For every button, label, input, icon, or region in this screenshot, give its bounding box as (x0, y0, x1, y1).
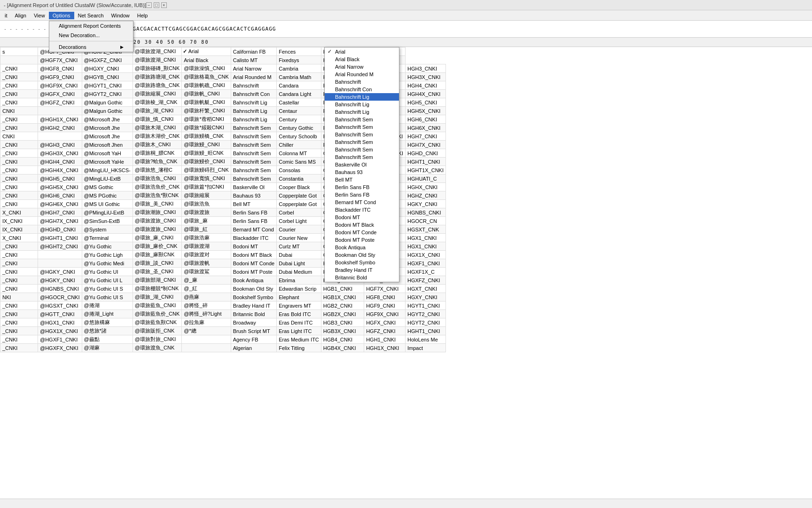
table-cell: Book Antiqua (231, 276, 276, 285)
menu-view[interactable]: View (30, 12, 49, 19)
close-button[interactable]: × (161, 2, 167, 8)
font-list-item[interactable]: Baskerville Ol (325, 161, 399, 168)
font-name-label: Baskerville Ol (335, 162, 367, 167)
table-cell: _CNKI (0, 191, 38, 200)
table-cell: Candara Light (277, 90, 321, 98)
font-list-item[interactable]: Bahnschrift Sem (325, 146, 399, 153)
font-list-item[interactable]: Bodoni MT Black (325, 221, 399, 229)
table-cell: Bodoni MT (231, 242, 276, 251)
table-cell: @燕麻 (182, 293, 231, 302)
font-list-item[interactable]: Bahnschrift Sem (325, 153, 399, 161)
table-cell: @環旅_圣_CNKI (133, 268, 182, 276)
table-cell: Baskerville Ol (231, 183, 276, 191)
font-list-item[interactable]: Britannic Bold (325, 274, 399, 281)
table-cell: HoloLens Me (405, 335, 445, 344)
font-list-item[interactable]: Berlin Sans FB (325, 183, 399, 191)
minimize-button[interactable]: − (146, 2, 152, 8)
font-dropdown[interactable]: ✓Arial Arial Black Arial Narrow Arial Ro… (324, 47, 399, 282)
table-cell: _CNKI (0, 141, 38, 149)
table-cell: _CNKI (0, 98, 38, 107)
menu-net-search[interactable]: Net Search (74, 12, 108, 19)
menu-it[interactable]: it (1, 12, 11, 19)
table-cell: Bahnschrift Sem (231, 124, 276, 132)
font-list-item[interactable]: Bell MT (325, 176, 399, 183)
table-cell: HGH1_CNKI (364, 335, 406, 344)
dropdown-decorations[interactable]: Decorations ▶ (49, 42, 133, 52)
table-cell: IX_CNKI (0, 225, 38, 234)
table-cell: HGB1X_CNKI (321, 293, 364, 302)
font-name-label: Britannic Bold (335, 275, 367, 280)
font-name-label: Bahnschrift Sem (335, 147, 373, 152)
table-area[interactable]: s@HGF7_CNKI@HGXFZ_CNKI@環旅渡湖_CNKI✓ ArialC… (0, 47, 812, 508)
menu-help[interactable]: Help (133, 12, 152, 19)
font-list-item[interactable]: Arial Black (325, 56, 399, 63)
font-list-item[interactable]: Bahnschrift Sem (325, 116, 399, 123)
font-name-label: Arial (335, 49, 345, 55)
table-cell: _CNKI (0, 64, 38, 73)
font-list-item[interactable]: Bauhaus 93 (325, 168, 399, 176)
font-list-item[interactable]: Bernard MT Cond (325, 198, 399, 206)
font-list-item[interactable]: Bodoni MT Conde (325, 229, 399, 236)
menu-options[interactable]: Options (49, 12, 74, 19)
font-name-label: Berlin Sans FB (335, 192, 369, 198)
table-cell: @環旅木湖价_CNK (133, 132, 182, 141)
table-cell (38, 107, 82, 115)
table-cell: Berlin Sans FB (231, 217, 276, 225)
font-list-item[interactable]: Bahnschrift Sem (325, 138, 399, 146)
table-cell: HGH1X_CNKI (364, 344, 406, 352)
table-cell: @Yu Gothic (82, 242, 133, 251)
table-cell: Bahnschrift Lig (231, 107, 276, 115)
font-list-item[interactable]: Bahnschrift Lig (325, 108, 399, 116)
font-list-item[interactable]: Bradley Hand IT (325, 266, 399, 274)
table-cell: Castellar (277, 98, 321, 107)
table-cell: HGH3X_CNKI (405, 73, 445, 81)
table-cell: @HGFZ_CNKI (38, 98, 82, 107)
table-cell: @環旅渡湖 (182, 242, 231, 251)
font-list-item[interactable]: Bahnschrift Lig (325, 93, 399, 101)
font-name-label: Bahnschrift Sem (335, 139, 373, 145)
table-cell: Fences (277, 48, 321, 56)
table-cell: @MingLiU_HKSCS- (82, 166, 133, 175)
table-cell: HGH7_CNKI (405, 132, 445, 141)
font-list-item[interactable]: Bahnschrift Sem (325, 123, 399, 131)
font-name-label: Bahnschrift Lig (335, 94, 369, 100)
font-list-item[interactable]: Arial Rounded M (325, 71, 399, 78)
table-cell: Century Schoolb (277, 132, 321, 141)
table-cell: @MS Gothic (82, 183, 133, 191)
font-list-item[interactable]: Arial Narrow (325, 63, 399, 71)
table-cell: Bahnschrift Sem (231, 166, 276, 175)
font-list-item[interactable]: Bookshelf Symbo (325, 259, 399, 266)
table-row: _CNKI@HGTT_CNKI@捲湖_Light@環旅藍魚价_CNK@將怪_碎?… (0, 310, 446, 318)
font-list-item[interactable]: ✓Arial (325, 48, 399, 56)
font-list-item[interactable]: Blackadder ITC (325, 206, 399, 214)
table-cell: Bahnschrift Sem (231, 141, 276, 149)
table-cell: Bodoni MT Conde (231, 259, 276, 268)
table-cell: @捲湖 (82, 302, 133, 310)
maximize-button[interactable]: □ (154, 2, 159, 8)
font-list-item[interactable]: Bahnschrift (325, 78, 399, 86)
table-cell: _CNKI (0, 285, 38, 293)
dropdown-alignment-report[interactable]: Alignment Report Contents (49, 21, 133, 31)
ruler-text: 20 30 40 50 60 70 80 (133, 40, 209, 45)
font-list-item[interactable]: Bahnschrift Con (325, 86, 399, 93)
menu-window[interactable]: Window (108, 12, 133, 19)
font-list-item[interactable]: Broadway (325, 281, 399, 282)
table-cell: @環旅篇*扣CNKI (182, 183, 231, 191)
table-cell: @HGKY_CNKI (38, 268, 82, 276)
table-cell: Algerian (231, 344, 276, 352)
dropdown-new-decoration[interactable]: New Decoration... (49, 31, 133, 40)
font-list-item[interactable]: Bookman Old Sty (325, 251, 399, 259)
table-cell: Consolas (277, 166, 321, 175)
table-cell (38, 259, 82, 268)
font-list-item[interactable]: Book Antiqua (325, 244, 399, 251)
table-cell: HGB1_CNKI (321, 285, 364, 293)
table-cell: Courier (277, 225, 321, 234)
font-list-item[interactable]: Bahnschrift Sem (325, 131, 399, 138)
font-list-item[interactable]: Bodoni MT Poste (325, 236, 399, 244)
font-list-item[interactable]: Berlin Sans FB (325, 191, 399, 198)
font-list-item[interactable]: Bahnschrift Lig (325, 101, 399, 108)
table-cell: @環旅寬慎_CNKI (182, 175, 231, 183)
menu-align[interactable]: Align (11, 12, 30, 19)
font-list-item[interactable]: Bodoni MT (325, 214, 399, 221)
table-cell: @環旅渡魚_CNK (133, 344, 182, 352)
